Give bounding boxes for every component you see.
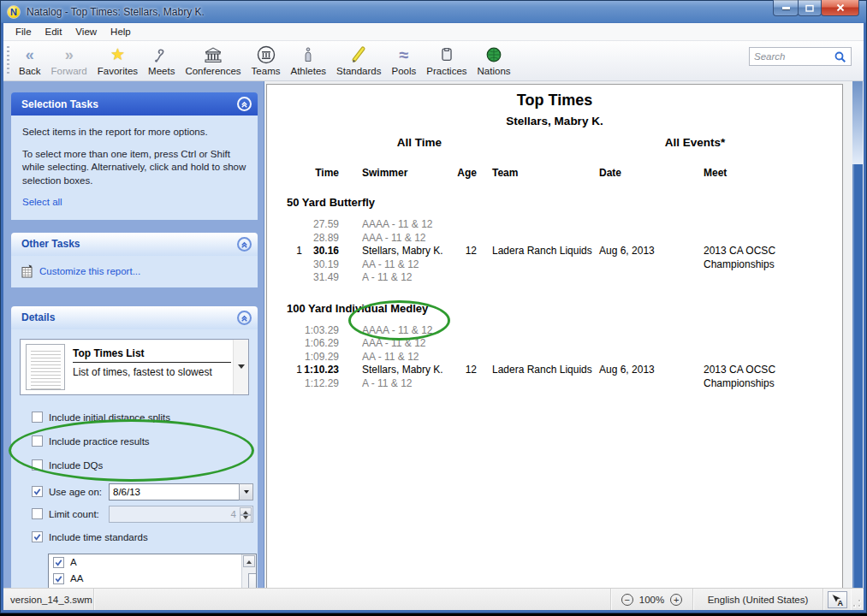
report-title: Top Times (267, 91, 842, 110)
standards-button[interactable]: Standards (331, 44, 386, 77)
triangle-down-icon (243, 516, 248, 522)
option-row-use-age: Use age on: (11, 483, 258, 500)
customize-report-link[interactable]: Customize this report... (39, 266, 140, 276)
scrollbar-thumb[interactable] (248, 573, 257, 588)
result-row[interactable]: 130.16Stellars, Mabry K.12Ladera Ranch L… (267, 245, 842, 258)
standard-item-aaa: AAA (49, 587, 256, 588)
menu-bar: File Edit View Help (3, 23, 864, 41)
conferences-button[interactable]: Conferences (180, 44, 246, 77)
person-icon (300, 44, 317, 65)
window-title: Natalog - Top Times: Stellars, Mabry K. (27, 6, 205, 18)
zoom-controls: − 100% + (611, 589, 693, 610)
menu-file[interactable]: File (9, 25, 39, 38)
col-date: Date (599, 167, 704, 179)
minimize-icon (782, 7, 790, 9)
spinner-up-button[interactable] (240, 507, 252, 515)
use-age-date-input[interactable] (109, 483, 239, 500)
nations-button[interactable]: Nations (472, 44, 516, 77)
standard-row[interactable]: 1:12.29A - 11 & 12 (267, 377, 842, 391)
pools-button[interactable]: ≈ Pools (386, 44, 421, 77)
team-circle-icon (256, 44, 276, 65)
col-team: Team (477, 167, 599, 179)
report-scrollbar[interactable] (852, 81, 863, 588)
include-practice-checkbox[interactable] (32, 435, 43, 447)
limit-count-label: Limit count: (49, 509, 109, 519)
include-splits-checkbox[interactable] (32, 412, 43, 423)
back-icon: « (26, 44, 34, 65)
status-spacer (94, 589, 611, 610)
standard-row[interactable]: 1:06.29AAA - 11 & 12 (267, 337, 842, 351)
result-row[interactable]: 11:10.23Stellars, Mabry K.12Ladera Ranch… (267, 364, 842, 377)
collapse-chevron-icon[interactable] (237, 97, 252, 111)
zoom-in-button[interactable]: + (670, 594, 682, 606)
include-practice-label: Include practice results (49, 436, 150, 447)
close-button[interactable] (821, 0, 859, 16)
teams-button[interactable]: Teams (246, 44, 286, 77)
standard-row[interactable]: 1:09.29AA - 11 & 12 (267, 351, 842, 364)
menu-help[interactable]: Help (104, 25, 138, 38)
minimize-button[interactable] (773, 0, 799, 16)
col-time: Time (302, 167, 339, 179)
toolbar-grip[interactable] (7, 46, 9, 75)
zoom-out-button[interactable]: − (621, 594, 633, 606)
spinner-down-button[interactable] (240, 515, 252, 523)
limit-count-checkbox[interactable] (32, 508, 43, 519)
use-age-checkbox[interactable] (32, 486, 43, 497)
include-dqs-checkbox[interactable] (32, 459, 43, 471)
language-bar-cell: A (823, 589, 851, 610)
include-dqs-label: Include DQs (49, 460, 103, 471)
menu-edit[interactable]: Edit (39, 25, 69, 38)
chevron-down-icon (238, 364, 245, 372)
collapse-chevron-icon[interactable] (237, 237, 252, 252)
close-icon (836, 3, 845, 12)
clipboard-icon (437, 44, 456, 65)
use-age-drop-button[interactable] (239, 483, 253, 500)
limit-count-value: 4 (231, 509, 236, 519)
standard-row[interactable]: 30.19AA - 11 & 12 (267, 258, 842, 272)
standard-aa-checkbox[interactable] (53, 573, 64, 584)
standard-row[interactable]: 28.89AAA - 11 & 12 (267, 232, 842, 246)
search-box (749, 47, 852, 66)
title-bar[interactable]: N Natalog - Top Times: Stellars, Mabry K… (0, 0, 867, 23)
teams-label: Teams (252, 65, 281, 77)
standards-label: Standards (336, 65, 381, 77)
forward-button[interactable]: » Forward (46, 44, 92, 77)
seahorse-icon (152, 44, 171, 65)
include-standards-label: Include time standards (49, 532, 148, 542)
collapse-chevron-icon[interactable] (237, 311, 252, 325)
favorites-button[interactable]: ★ Favorites (92, 44, 143, 77)
input-language-button[interactable]: A (828, 591, 847, 608)
report-type-drop-button[interactable] (233, 340, 248, 394)
limit-count-input[interactable]: 4 (109, 506, 253, 523)
maximize-button[interactable] (798, 0, 822, 16)
resize-grip[interactable] (851, 589, 864, 610)
standard-a-label: A (70, 557, 77, 567)
meets-button[interactable]: Meets (143, 44, 180, 77)
back-button[interactable]: « Back (14, 44, 46, 77)
scroll-up-button[interactable] (243, 555, 255, 567)
athletes-label: Athletes (290, 65, 326, 77)
back-label: Back (19, 65, 41, 77)
standard-row[interactable]: 31.49A - 11 & 12 (267, 271, 842, 285)
scrollbar-thumb[interactable] (852, 81, 863, 164)
standard-row[interactable]: 1:03.29AAAA - 11 & 12 (267, 324, 842, 338)
practices-button[interactable]: Practices (421, 44, 472, 77)
toolbar: « Back » Forward ★ Favorites Meets Confe… (3, 41, 864, 81)
app-window: N Natalog - Top Times: Stellars, Mabry K… (0, 0, 867, 613)
report-type-dropdown[interactable]: Top Times List List of times, fastest to… (20, 339, 249, 395)
standard-a-checkbox[interactable] (53, 557, 64, 568)
menu-view[interactable]: View (68, 25, 104, 38)
pools-label: Pools (391, 65, 416, 77)
waves-icon: ≈ (399, 44, 408, 65)
chevron-down-icon (244, 490, 249, 496)
select-all-link[interactable]: Select all (22, 196, 62, 209)
search-icon[interactable] (834, 50, 847, 64)
input-language[interactable]: English (United States) (693, 589, 823, 610)
listbox-scrollbar[interactable] (241, 554, 256, 588)
standard-row[interactable]: 27.59AAAA - 11 & 12 (267, 218, 842, 232)
conferences-label: Conferences (185, 65, 241, 77)
athletes-button[interactable]: Athletes (285, 44, 331, 77)
details-title: Details (21, 311, 237, 323)
scrollbar-track[interactable] (852, 164, 863, 588)
include-standards-checkbox[interactable] (32, 531, 43, 542)
